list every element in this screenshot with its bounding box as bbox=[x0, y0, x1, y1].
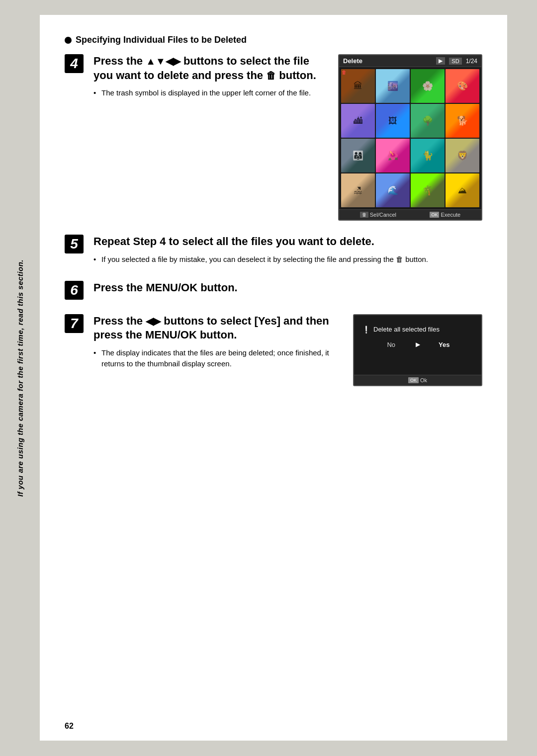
execute-icon: OK bbox=[430, 212, 439, 218]
thumbnail-3: 🌸 bbox=[411, 69, 445, 103]
thumbnail-8: 🐕 bbox=[446, 104, 479, 138]
screen-delete-label: Delete bbox=[343, 57, 362, 65]
thumbnail-5: 🏙 bbox=[341, 104, 375, 138]
thumbnail-4: 🎨 bbox=[446, 69, 479, 103]
step-6-title: Press the MENU/OK button. bbox=[93, 281, 482, 295]
step-6-number: 6 bbox=[65, 281, 84, 300]
step-7-arrows: ◀▶ bbox=[146, 316, 161, 327]
thumb-icon-4: 🎨 bbox=[457, 81, 468, 91]
thumbnail-2: 🌆 bbox=[376, 69, 410, 103]
step-7-text: Press the ◀▶ buttons to select [Yes] and… bbox=[93, 314, 343, 372]
screen-play-icon: ▶ bbox=[436, 57, 445, 65]
step-7-block: 7 Press the ◀▶ buttons to select [Yes] a… bbox=[65, 314, 482, 386]
step-4-layout: Press the ▲▼◀▶ buttons to select the fil… bbox=[93, 54, 482, 221]
step-4-title: Press the ▲▼◀▶ buttons to select the fil… bbox=[93, 54, 328, 83]
step-4-trash: 🗑 bbox=[266, 70, 276, 81]
dialog-ok-label: Ok bbox=[420, 377, 427, 383]
step-7-title: Press the ◀▶ buttons to select [Yes] and… bbox=[93, 314, 343, 342]
thumb-icon-15: 🌴 bbox=[422, 185, 433, 196]
dialog-message: ❕ Delete all selected files bbox=[362, 325, 473, 334]
step-4-bullets: The trash symbol is displayed in the upp… bbox=[93, 87, 328, 99]
thumbnail-grid: 🏛 🌆 🌸 🎨 🏙 🖼 🌳 🐕 👨‍👩‍👧 🌺 🐈 🦁 🏖 bbox=[339, 67, 481, 209]
screen-counter: 1/24 bbox=[466, 58, 477, 65]
execute-btn: OK Execute bbox=[430, 212, 460, 218]
step-4-text: Press the ▲▼◀▶ buttons to select the fil… bbox=[93, 54, 328, 101]
step-4-title-part3: button. bbox=[276, 69, 316, 82]
thumbnail-1: 🏛 bbox=[341, 69, 375, 103]
dialog-options: No ▶ Yes bbox=[362, 341, 473, 348]
dialog-message-text: Delete all selected files bbox=[373, 325, 440, 334]
thumb-icon-16: ⛰ bbox=[458, 185, 467, 196]
step-7-title-part1: Press the bbox=[93, 315, 146, 327]
dialog-no-option: No bbox=[367, 341, 416, 348]
screen-header-right: ▶ SD 1/24 bbox=[436, 57, 477, 65]
thumbnail-12: 🦁 bbox=[446, 139, 479, 172]
step-5-bullet-1: If you selected a file by mistake, you c… bbox=[93, 254, 482, 265]
thumb-icon-12: 🦁 bbox=[457, 150, 468, 161]
step-6-content: Press the MENU/OK button. bbox=[93, 281, 482, 300]
section-heading-text: Specifying Individual Files to be Delete… bbox=[76, 35, 247, 45]
side-text: If you are using the camera for the firs… bbox=[16, 259, 24, 497]
dialog-ok-btn: OK Ok bbox=[408, 377, 427, 383]
screen-sd-icon: SD bbox=[449, 58, 461, 65]
step-7-layout: Press the ◀▶ buttons to select [Yes] and… bbox=[93, 314, 482, 386]
step-5-block: 5 Repeat Step 4 to select all the files … bbox=[65, 235, 482, 267]
thumb-icon-11: 🐈 bbox=[422, 150, 433, 161]
thumbnail-13: 🏖 bbox=[341, 173, 375, 207]
dialog-footer: OK Ok bbox=[354, 375, 481, 385]
page-content: Specifying Individual Files to be Delete… bbox=[40, 15, 507, 741]
sel-cancel-label: Sel/Cancel bbox=[370, 212, 396, 218]
thumb-icon-2: 🌆 bbox=[387, 81, 398, 91]
step-7-bullet-1: The display indicates that the files are… bbox=[93, 347, 343, 370]
sel-cancel-icon: 🗑 bbox=[360, 212, 368, 218]
thumb-icon-3: 🌸 bbox=[422, 81, 433, 91]
thumb-icon-14: 🌊 bbox=[387, 185, 398, 196]
section-heading: Specifying Individual Files to be Delete… bbox=[65, 35, 482, 45]
bullet-icon bbox=[65, 37, 72, 44]
dialog-body: ❕ Delete all selected files No ▶ Yes bbox=[354, 315, 481, 375]
step-7-content: Press the ◀▶ buttons to select [Yes] and… bbox=[93, 314, 482, 386]
thumbnail-11: 🐈 bbox=[411, 139, 445, 172]
dialog-exclaim-icon: ❕ bbox=[362, 326, 370, 334]
thumb-icon-8: 🐕 bbox=[457, 115, 468, 126]
dialog-arrow-icon: ▶ bbox=[416, 341, 420, 348]
camera-screen-header: Delete ▶ SD 1/24 bbox=[339, 55, 481, 67]
step-7-bullets: The display indicates that the files are… bbox=[93, 347, 343, 370]
thumb-icon-13: 🏖 bbox=[354, 185, 362, 196]
side-text-container: If you are using the camera for the firs… bbox=[0, 0, 40, 756]
step-4-bullet-1: The trash symbol is displayed in the upp… bbox=[93, 87, 328, 99]
dialog-ok-icon: OK bbox=[408, 377, 419, 383]
step-4-number: 4 bbox=[65, 54, 84, 73]
thumb-icon-1: 🏛 bbox=[354, 81, 362, 91]
step-4-arrows: ▲▼◀▶ bbox=[146, 56, 180, 67]
step-4-title-part1: Press the bbox=[93, 55, 146, 67]
camera-screen-step4: Delete ▶ SD 1/24 🏛 🌆 🌸 🎨 🏙 🖼 bbox=[338, 54, 482, 221]
thumbnail-14: 🌊 bbox=[376, 173, 410, 207]
sel-cancel-btn: 🗑 Sel/Cancel bbox=[360, 212, 396, 218]
thumb-icon-9: 👨‍👩‍👧 bbox=[353, 150, 363, 161]
thumbnail-10: 🌺 bbox=[376, 139, 410, 172]
step-5-title: Repeat Step 4 to select all the files yo… bbox=[93, 235, 482, 249]
step-5-number: 5 bbox=[65, 235, 84, 253]
step-6-block: 6 Press the MENU/OK button. bbox=[65, 281, 482, 300]
camera-screen-footer: 🗑 Sel/Cancel OK Execute bbox=[339, 209, 481, 220]
execute-label: Execute bbox=[441, 212, 460, 218]
thumb-icon-6: 🖼 bbox=[388, 116, 397, 126]
step-5-content: Repeat Step 4 to select all the files yo… bbox=[93, 235, 482, 267]
thumb-icon-7: 🌳 bbox=[422, 115, 433, 126]
step-7-number: 7 bbox=[65, 314, 84, 333]
thumbnail-6: 🖼 bbox=[376, 104, 410, 138]
thumbnail-9: 👨‍👩‍👧 bbox=[341, 139, 375, 172]
page-number: 62 bbox=[65, 722, 74, 731]
thumb-icon-10: 🌺 bbox=[387, 150, 398, 161]
thumbnail-16: ⛰ bbox=[446, 173, 479, 207]
thumb-icon-5: 🏙 bbox=[354, 116, 362, 126]
thumbnail-15: 🌴 bbox=[411, 173, 445, 207]
dialog-screen: ❕ Delete all selected files No ▶ Yes OK … bbox=[353, 314, 482, 386]
step-5-bullets: If you selected a file by mistake, you c… bbox=[93, 254, 482, 265]
thumbnail-7: 🌳 bbox=[411, 104, 445, 138]
dialog-yes-option: Yes bbox=[420, 341, 469, 348]
step-4-block: 4 Press the ▲▼◀▶ buttons to select the f… bbox=[65, 54, 482, 221]
step-5-trash-icon: 🗑 bbox=[396, 255, 403, 263]
step-4-content: Press the ▲▼◀▶ buttons to select the fil… bbox=[93, 54, 482, 221]
